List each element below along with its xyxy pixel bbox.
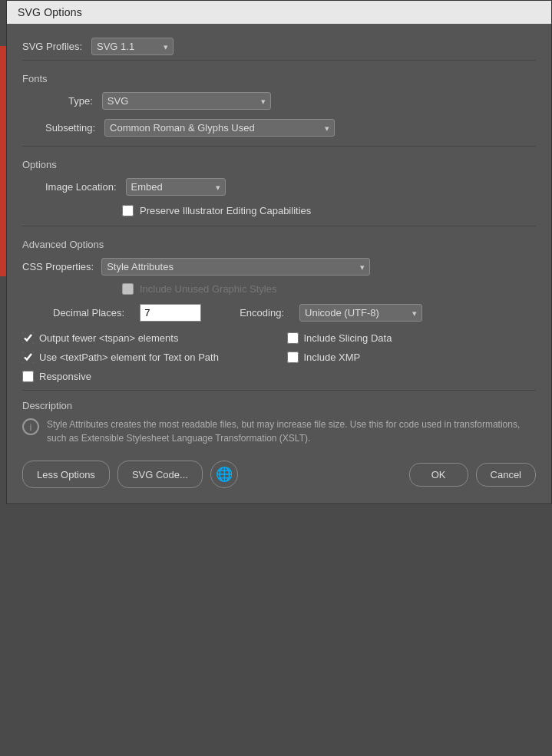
include-slicing-item: Include Slicing Data: [287, 332, 537, 344]
less-options-button[interactable]: Less Options: [22, 461, 110, 488]
svg-profiles-row: SVG Profiles: SVG 1.0 SVG 1.1 SVG Basic …: [22, 38, 536, 55]
footer: Less Options SVG Code... 🌐 OK Cancel: [7, 445, 551, 503]
include-unused-row: Include Unused Graphic Styles: [122, 283, 536, 295]
responsive-checkbox[interactable]: [22, 371, 34, 382]
dialog-body: SVG Profiles: SVG 1.0 SVG 1.1 SVG Basic …: [7, 24, 551, 445]
css-properties-label: CSS Properties:: [22, 261, 94, 272]
svg-code-button[interactable]: SVG Code...: [117, 461, 203, 488]
include-xmp-checkbox[interactable]: [287, 352, 299, 363]
footer-right: OK Cancel: [409, 463, 536, 487]
include-xmp-item: Include XMP: [287, 352, 537, 363]
fonts-section: Fonts Type: SVG Convert to Outline None …: [22, 60, 536, 137]
output-fewer-label[interactable]: Output fewer <tspan> elements: [39, 332, 178, 344]
output-fewer-checkbox[interactable]: [22, 332, 34, 344]
advanced-options-section: Advanced Options CSS Properties: Present…: [22, 226, 536, 322]
type-select[interactable]: SVG Convert to Outline None: [102, 92, 271, 110]
image-location-select-wrapper: Embed Link: [126, 178, 226, 196]
svg-options-dialog: SVG Options SVG Profiles: SVG 1.0 SVG 1.…: [6, 0, 552, 504]
css-properties-row: CSS Properties: Presentation Attributes …: [22, 258, 536, 276]
output-fewer-item: Output fewer <tspan> elements: [22, 332, 272, 344]
globe-button[interactable]: 🌐: [210, 461, 238, 488]
decimal-places-input[interactable]: [140, 304, 201, 322]
encoding-label: Encoding:: [240, 307, 284, 319]
subsetting-select-wrapper: None (Use System Fonts) Only Glyphs Used…: [104, 119, 335, 137]
css-properties-select[interactable]: Presentation Attributes Style Attributes…: [101, 258, 370, 276]
dialog-wrapper: SVG Options SVG Profiles: SVG 1.0 SVG 1.…: [0, 0, 552, 756]
subsetting-select[interactable]: None (Use System Fonts) Only Glyphs Used…: [104, 119, 335, 137]
image-location-select[interactable]: Embed Link: [126, 178, 226, 196]
options-section: Options Image Location: Embed Link Prese…: [22, 146, 536, 216]
preserve-illustrator-row: Preserve Illustrator Editing Capabilitie…: [122, 205, 536, 216]
image-location-row: Image Location: Embed Link: [45, 178, 536, 196]
include-slicing-label[interactable]: Include Slicing Data: [304, 332, 392, 344]
include-unused-label: Include Unused Graphic Styles: [140, 283, 276, 295]
responsive-item: Responsive: [22, 371, 272, 382]
encoding-select-wrapper: Unicode (UTF-8) ISO-8859-1 Unicode (UTF-…: [299, 304, 422, 322]
description-title: Description: [22, 400, 536, 411]
decimal-places-label: Decimal Places:: [53, 307, 124, 319]
responsive-label[interactable]: Responsive: [39, 371, 91, 382]
decimal-encoding-row: Decimal Places: Encoding: Unicode (UTF-8…: [22, 304, 536, 322]
type-label: Type:: [68, 95, 93, 107]
dialog-title: SVG Options: [18, 6, 82, 18]
ok-button[interactable]: OK: [409, 463, 468, 487]
preserve-illustrator-label[interactable]: Preserve Illustrator Editing Capabilitie…: [140, 205, 311, 216]
title-bar: SVG Options: [7, 1, 551, 24]
svg-profiles-label: SVG Profiles:: [22, 41, 82, 52]
description-content: i Style Attributes creates the most read…: [22, 418, 536, 445]
encoding-select[interactable]: Unicode (UTF-8) ISO-8859-1 Unicode (UTF-…: [299, 304, 422, 322]
cancel-button[interactable]: Cancel: [476, 463, 536, 487]
include-slicing-checkbox[interactable]: [287, 332, 299, 344]
use-textpath-item: Use <textPath> element for Text on Path: [22, 352, 272, 363]
description-text: Style Attributes creates the most readab…: [47, 418, 536, 445]
checkboxes-grid: Output fewer <tspan> elements Include Sl…: [22, 332, 536, 382]
left-accent-bar: [0, 46, 6, 276]
type-select-wrapper: SVG Convert to Outline None: [102, 92, 271, 110]
fonts-section-label: Fonts: [22, 73, 536, 84]
description-section: Description i Style Attributes creates t…: [22, 390, 536, 445]
svg-profiles-select-wrapper: SVG 1.0 SVG 1.1 SVG Basic SVG Tiny 1.1 S…: [91, 38, 174, 55]
css-properties-select-wrapper: Presentation Attributes Style Attributes…: [101, 258, 370, 276]
preserve-illustrator-checkbox[interactable]: [122, 205, 134, 216]
image-location-label: Image Location:: [45, 181, 117, 193]
type-row: Type: SVG Convert to Outline None: [68, 92, 536, 110]
globe-icon: 🌐: [216, 466, 233, 483]
options-section-label: Options: [22, 159, 536, 170]
info-icon: i: [22, 418, 39, 435]
svg-profiles-select[interactable]: SVG 1.0 SVG 1.1 SVG Basic SVG Tiny 1.1 S…: [91, 38, 174, 55]
subsetting-label: Subsetting:: [45, 122, 95, 134]
use-textpath-label[interactable]: Use <textPath> element for Text on Path: [39, 352, 219, 363]
include-unused-checkbox[interactable]: [122, 283, 134, 295]
include-xmp-label[interactable]: Include XMP: [304, 352, 361, 363]
use-textpath-checkbox[interactable]: [22, 352, 34, 363]
subsetting-row: Subsetting: None (Use System Fonts) Only…: [45, 119, 536, 137]
advanced-section-label: Advanced Options: [22, 239, 536, 250]
footer-left: Less Options SVG Code... 🌐: [22, 461, 402, 488]
